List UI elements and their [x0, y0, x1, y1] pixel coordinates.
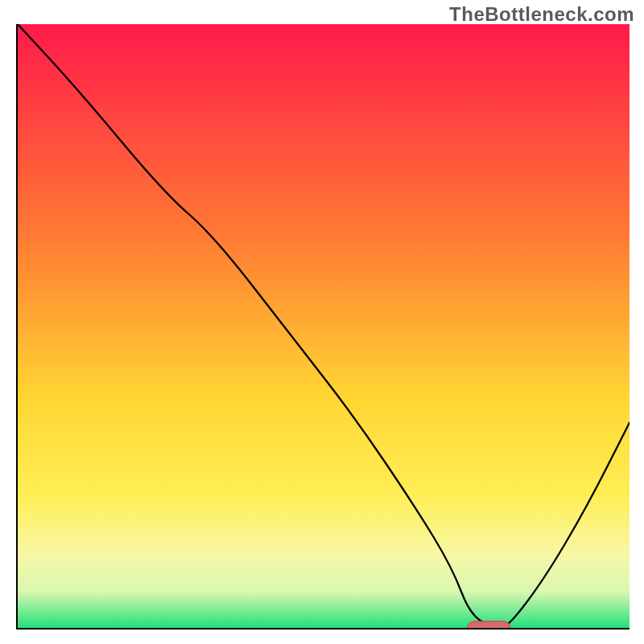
optimal-marker [18, 24, 630, 628]
chart-frame: TheBottleneck.com [0, 0, 644, 644]
svg-rect-1 [468, 621, 510, 628]
plot-area [16, 24, 630, 630]
watermark-text: TheBottleneck.com [449, 3, 634, 26]
